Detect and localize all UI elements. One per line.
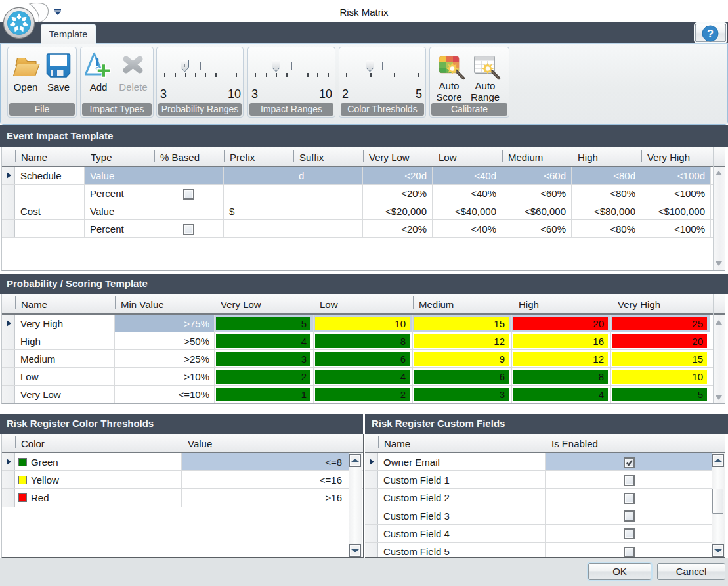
svg-text:?: ? [707,28,714,40]
